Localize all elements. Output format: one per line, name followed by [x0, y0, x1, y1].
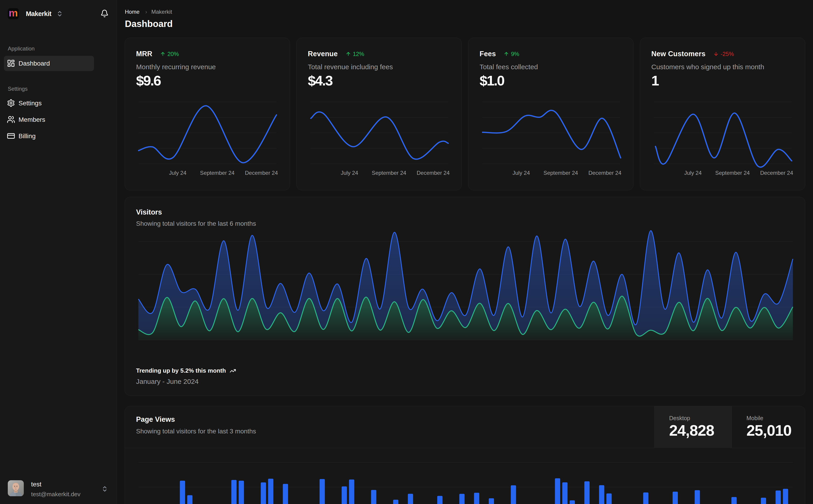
- svg-text:m: m: [9, 8, 18, 19]
